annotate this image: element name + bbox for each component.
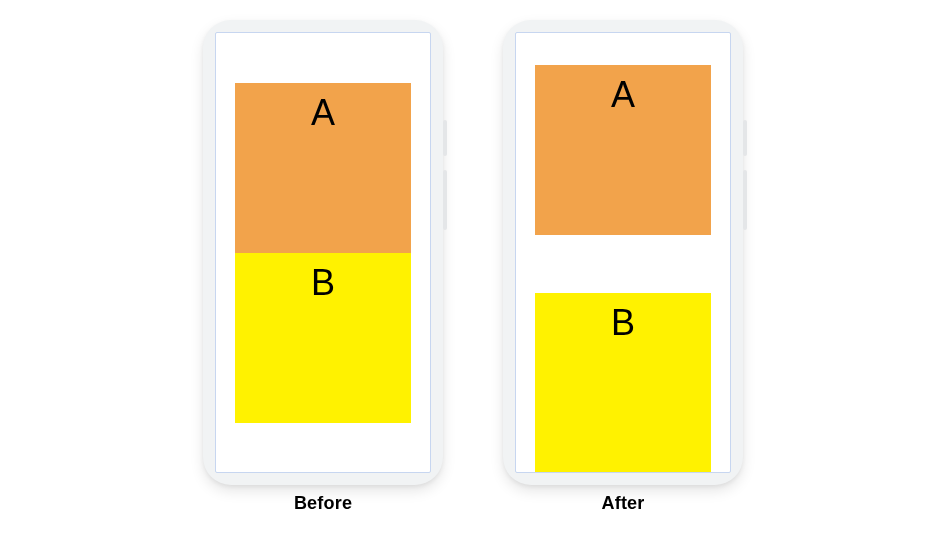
before-column: A B Before: [203, 20, 443, 514]
block-b: B: [235, 253, 411, 423]
phone-side-button: [443, 120, 447, 156]
phone-mockup-before: A B: [203, 20, 443, 485]
phone-side-button: [443, 170, 447, 230]
phone-mockup-after: A B: [503, 20, 743, 485]
phone-screen-before: A B: [215, 32, 431, 473]
caption-before: Before: [294, 493, 352, 514]
phone-side-button: [743, 120, 747, 156]
caption-after: After: [601, 493, 644, 514]
phone-screen-after: A B: [515, 32, 731, 473]
after-column: A B After: [503, 20, 743, 514]
block-b: B: [535, 293, 711, 473]
block-a: A: [235, 83, 411, 253]
diagram-stage: A B Before A B After: [0, 0, 946, 533]
phone-side-button: [743, 170, 747, 230]
block-a: A: [535, 65, 711, 235]
